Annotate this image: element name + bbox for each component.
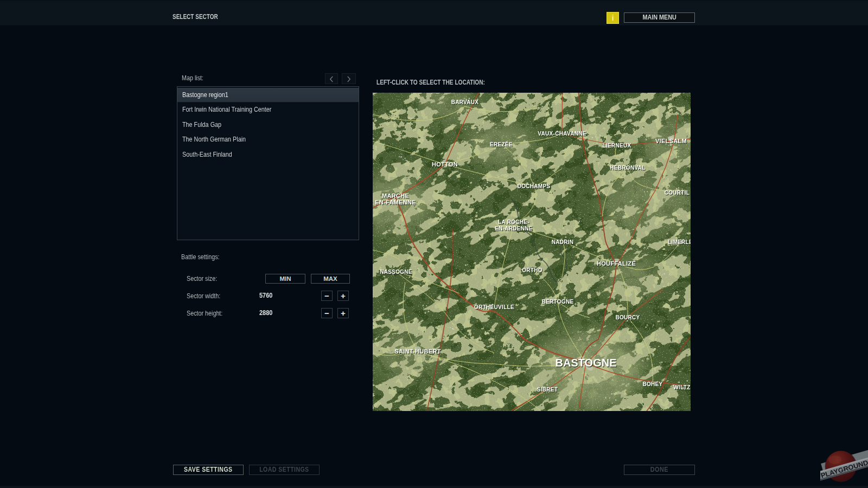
svg-text:BARVAUX: BARVAUX [451, 99, 479, 105]
svg-text:MARCHE: MARCHE [382, 192, 409, 199]
svg-text:EREZÉE: EREZÉE [490, 141, 513, 147]
svg-text:BOURCY: BOURCY [615, 314, 640, 320]
svg-text:BERTOGNE: BERTOGNE [542, 299, 574, 305]
svg-text:LA ROCHE-: LA ROCHE- [498, 219, 529, 225]
svg-text:ORTHO: ORTHO [522, 267, 542, 273]
svg-text:BASTOGNE: BASTOGNE [556, 356, 617, 369]
svg-text:VIELSALM: VIELSALM [655, 138, 687, 144]
svg-text:HÉBRONVAL: HÉBRONVAL [610, 164, 645, 171]
svg-text:LIMERLÉ: LIMERLÉ [668, 239, 691, 245]
svg-text:SAINT-HUBERT: SAINT-HUBERT [394, 348, 441, 355]
svg-text:NASSOGNE: NASSOGNE [380, 269, 412, 275]
svg-text:HOUFFALIZE: HOUFFALIZE [597, 260, 636, 267]
svg-text:BOHEY: BOHEY [642, 381, 662, 387]
svg-text:WILTZ: WILTZ [673, 384, 690, 390]
svg-text:DOCHAMPS: DOCHAMPS [518, 183, 551, 189]
svg-text:SIBRET: SIBRET [537, 387, 558, 393]
svg-text:NADRIN: NADRIN [552, 239, 574, 245]
svg-text:EN-ARDENNE: EN-ARDENNE [495, 226, 533, 232]
svg-text:COURTIL: COURTIL [665, 190, 690, 196]
svg-text:LIERNEUX: LIERNEUX [603, 143, 631, 149]
svg-text:ORTHEUVILLE: ORTHEUVILLE [474, 304, 514, 310]
svg-text:HOTTON: HOTTON [432, 161, 458, 168]
svg-text:VAUX-CHAVANNE: VAUX-CHAVANNE [538, 131, 586, 137]
svg-text:EN-FAMENNE: EN-FAMENNE [375, 199, 416, 206]
